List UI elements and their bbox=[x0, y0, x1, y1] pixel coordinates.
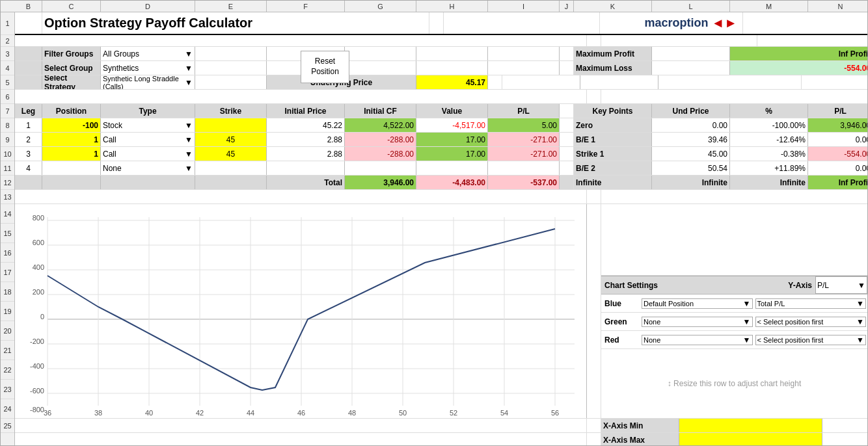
leg1-initial-cf: 4,522.00 bbox=[345, 118, 416, 132]
svg-text:50: 50 bbox=[399, 409, 407, 417]
payoff-chart: 800 600 400 200 0 -200 -400 -600 -800 bbox=[15, 204, 586, 418]
kp-strike1-pct: -0.38% bbox=[730, 147, 808, 161]
col-header-pl: P/L bbox=[488, 104, 560, 118]
leg4-value bbox=[416, 161, 488, 175]
row-num-18: 18 bbox=[1, 282, 14, 302]
total-empty2 bbox=[42, 176, 101, 189]
leg2-num: 2 bbox=[15, 133, 42, 146]
col-header-type: Type bbox=[101, 104, 195, 118]
svg-text:200: 200 bbox=[33, 288, 44, 296]
leg1-value: -4,517.00 bbox=[416, 118, 488, 132]
x-axis-min-label: X-Axis Min bbox=[601, 419, 679, 432]
green-right-dropdown[interactable]: < Select position first ▼ bbox=[755, 317, 867, 327]
select-group-label: Select Group bbox=[42, 61, 101, 75]
kp-be1-pct: -12.64% bbox=[730, 133, 808, 146]
max-loss-value: -554.00 bbox=[730, 61, 867, 75]
cell-l3 bbox=[652, 47, 730, 60]
cell-l4 bbox=[652, 61, 730, 75]
leg4-position[interactable] bbox=[42, 161, 101, 175]
svg-text:-200: -200 bbox=[30, 337, 44, 345]
leg3-num: 3 bbox=[15, 147, 42, 161]
underlying-price-value: 45.17 bbox=[416, 75, 488, 89]
reset-position-button[interactable]: Reset Position bbox=[301, 51, 349, 83]
dropdown-arrow-blue-icon: ▼ bbox=[743, 299, 751, 308]
resize-row: ↕ Resize this row to adjust chart height bbox=[601, 349, 867, 418]
leg2-position[interactable]: 1 bbox=[42, 133, 101, 146]
cell-j6 bbox=[587, 90, 601, 103]
col-header-initial-price: Initial Price bbox=[267, 104, 345, 118]
max-profit-value: Inf Profit bbox=[730, 47, 867, 60]
y-axis-dropdown[interactable]: P/L ▼ bbox=[815, 276, 867, 294]
chart-green-row: Green None ▼ < Select position first ▼ bbox=[601, 313, 867, 331]
kp-be1-label: B/E 1 bbox=[574, 133, 652, 146]
svg-text:46: 46 bbox=[297, 409, 305, 417]
row-num-24: 24 bbox=[1, 399, 14, 419]
select-strategy-dropdown[interactable]: Synthetic Long Straddle (Calls) ▼ bbox=[101, 75, 195, 89]
leg3-position[interactable]: 1 bbox=[42, 147, 101, 161]
cell-j2 bbox=[587, 35, 601, 46]
svg-rect-0 bbox=[15, 204, 586, 418]
kp-infinite-pl: Inf Profit bbox=[808, 176, 867, 189]
kp-be1-pl: 0.00 bbox=[808, 133, 867, 146]
kp-be1-und: 39.46 bbox=[652, 133, 730, 146]
resize-text: ↕ Resize this row to adjust chart height bbox=[668, 379, 801, 388]
kp-strike1-pl: -554.00 bbox=[808, 147, 867, 161]
cell-k2 bbox=[601, 35, 757, 46]
x-axis-max-value[interactable] bbox=[679, 433, 822, 445]
svg-text:-800: -800 bbox=[30, 406, 44, 413]
leg4-type[interactable]: None ▼ bbox=[101, 161, 195, 175]
select-group-dropdown[interactable]: Synthetics ▼ bbox=[101, 61, 195, 75]
leg1-strike bbox=[195, 118, 267, 132]
cell-h3 bbox=[416, 47, 488, 60]
cell-l2 bbox=[757, 35, 867, 46]
leg2-pl: -271.00 bbox=[488, 133, 560, 146]
cell-m5 bbox=[658, 75, 802, 89]
leg2-type[interactable]: Call ▼ bbox=[101, 133, 195, 146]
total-value: -4,483.00 bbox=[416, 176, 488, 189]
chart-blue-row: Blue Default Position ▼ Total P/L ▼ bbox=[601, 295, 867, 313]
cell-j26 bbox=[587, 433, 601, 445]
cell-j4 bbox=[560, 61, 574, 75]
filter-groups-dropdown[interactable]: All Groups ▼ bbox=[101, 47, 195, 60]
leg1-type[interactable]: Stock ▼ bbox=[101, 118, 195, 132]
red-right-dropdown[interactable]: < Select position first ▼ bbox=[755, 335, 867, 345]
max-loss-label: Maximum Loss bbox=[574, 61, 652, 75]
cell-l5 bbox=[580, 75, 658, 89]
dropdown-arrow-red-icon: ▼ bbox=[743, 335, 751, 345]
cell-j10 bbox=[560, 147, 574, 161]
row13-spacer bbox=[15, 190, 587, 203]
row-num-9: 9 bbox=[1, 133, 14, 147]
leg3-pl: -271.00 bbox=[488, 147, 560, 161]
red-left-dropdown[interactable]: None ▼ bbox=[642, 335, 753, 345]
cell-k1 bbox=[444, 12, 600, 34]
leg3-value: 17.00 bbox=[416, 147, 488, 161]
leg1-position[interactable]: -100 bbox=[42, 118, 101, 132]
kp-infinite-label: Infinite bbox=[574, 176, 652, 189]
blue-right-dropdown[interactable]: Total P/L ▼ bbox=[755, 298, 867, 309]
col-header-g: G bbox=[345, 1, 416, 12]
row2-spacer bbox=[15, 35, 587, 46]
total-empty3 bbox=[101, 176, 195, 189]
leg2-value: 17.00 bbox=[416, 133, 488, 146]
svg-text:-600: -600 bbox=[30, 387, 44, 395]
cell-j7 bbox=[560, 104, 574, 118]
leg3-initial-price: 2.88 bbox=[267, 147, 345, 161]
svg-text:38: 38 bbox=[94, 409, 102, 417]
col-header-l: L bbox=[652, 1, 730, 12]
x-axis-min-value[interactable] bbox=[679, 419, 822, 432]
svg-text:54: 54 bbox=[500, 409, 508, 417]
leg3-type[interactable]: Call ▼ bbox=[101, 147, 195, 161]
chart-settings-section: Chart Settings Y-Axis P/L ▼ bbox=[601, 276, 867, 418]
blue-left-dropdown[interactable]: Default Position ▼ bbox=[642, 298, 753, 309]
kp-infinite-und: Infinite bbox=[652, 176, 730, 189]
green-left-dropdown[interactable]: None ▼ bbox=[642, 317, 753, 327]
dropdown-arrow-red-right-icon: ▼ bbox=[856, 335, 864, 345]
cell-j11 bbox=[560, 161, 574, 175]
kp-zero-pl: 3,946.00 bbox=[808, 118, 867, 132]
chart-red-row: Red None ▼ < Select position first ▼ bbox=[601, 331, 867, 349]
kp-zero-label: Zero bbox=[574, 118, 652, 132]
row-num-25: 25 bbox=[1, 419, 14, 433]
total-empty1 bbox=[15, 176, 42, 189]
col-header-i: I bbox=[488, 1, 560, 12]
row-num-4: 4 bbox=[1, 61, 14, 75]
